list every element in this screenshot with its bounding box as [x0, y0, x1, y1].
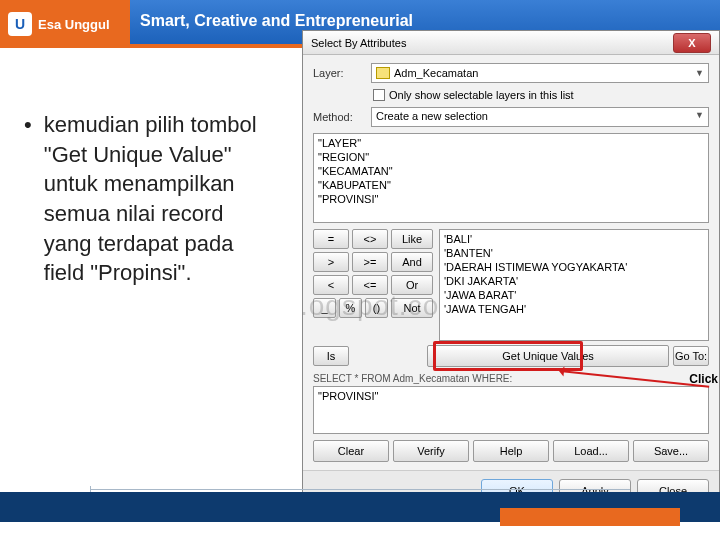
op-gte[interactable]: >= — [352, 252, 388, 272]
value-item[interactable]: 'BANTEN' — [444, 246, 704, 260]
op-percent[interactable]: % — [339, 298, 362, 318]
value-item[interactable]: 'BALI' — [444, 232, 704, 246]
dialog-titlebar: Select By Attributes X — [303, 31, 719, 55]
footer-line — [90, 489, 630, 490]
sql-text: "PROVINSI" — [318, 390, 378, 402]
method-label: Method: — [313, 111, 363, 123]
header-title: Smart, Creative and Entrepreneurial — [140, 12, 413, 30]
sql-textarea[interactable]: "PROVINSI" — [313, 386, 709, 434]
op-like[interactable]: Like — [391, 229, 433, 249]
field-item[interactable]: "PROVINSI" — [318, 192, 704, 206]
value-item[interactable]: 'DAERAH ISTIMEWA YOGYAKARTA' — [444, 260, 704, 274]
get-unique-values-button[interactable]: Get Unique Values — [427, 345, 669, 367]
instruction-body: kemudian pilih tombol "Get Unique Value"… — [44, 110, 274, 288]
op-and[interactable]: And — [391, 252, 433, 272]
field-item[interactable]: "LAYER" — [318, 136, 704, 150]
layer-value: Adm_Kecamatan — [394, 67, 478, 79]
op-eq[interactable]: = — [313, 229, 349, 249]
layer-icon — [376, 67, 390, 79]
layer-label: Layer: — [313, 67, 363, 79]
value-item[interactable]: 'JAWA BARAT' — [444, 288, 704, 302]
clear-button[interactable]: Clear — [313, 440, 389, 462]
close-button[interactable]: X — [673, 33, 711, 53]
method-value: Create a new selection — [376, 110, 488, 122]
footer-accent — [500, 508, 680, 526]
op-lt[interactable]: < — [313, 275, 349, 295]
layer-dropdown[interactable]: Adm_Kecamatan — [371, 63, 709, 83]
select-by-attributes-dialog: Select By Attributes X Layer: Adm_Kecama… — [302, 30, 720, 512]
verify-button[interactable]: Verify — [393, 440, 469, 462]
logo-box: U Esa Unggul — [0, 0, 130, 48]
bullet-icon: • — [24, 110, 32, 140]
value-item[interactable]: 'JAWA TENGAH' — [444, 302, 704, 316]
is-button[interactable]: Is — [313, 346, 349, 366]
only-selectable-label: Only show selectable layers in this list — [389, 89, 574, 101]
op-paren[interactable]: () — [365, 298, 388, 318]
op-lte[interactable]: <= — [352, 275, 388, 295]
save-button[interactable]: Save... — [633, 440, 709, 462]
op-neq[interactable]: <> — [352, 229, 388, 249]
logo-icon: U — [8, 12, 32, 36]
help-button[interactable]: Help — [473, 440, 549, 462]
click-label: Click — [689, 372, 718, 386]
value-list[interactable]: 'BALI' 'BANTEN' 'DAERAH ISTIMEWA YOGYAKA… — [439, 229, 709, 341]
dialog-title-text: Select By Attributes — [311, 37, 406, 49]
load-button[interactable]: Load... — [553, 440, 629, 462]
value-item[interactable]: 'DKI JAKARTA' — [444, 274, 704, 288]
instruction-text: • kemudian pilih tombol "Get Unique Valu… — [24, 110, 284, 288]
method-dropdown[interactable]: Create a new selection — [371, 107, 709, 127]
op-or[interactable]: Or — [391, 275, 433, 295]
field-item[interactable]: "REGION" — [318, 150, 704, 164]
field-item[interactable]: "KECAMATAN" — [318, 164, 704, 178]
op-underscore[interactable]: _ — [313, 298, 336, 318]
op-not[interactable]: Not — [391, 298, 433, 318]
logo-text: Esa Unggul — [38, 17, 110, 32]
field-list[interactable]: "LAYER" "REGION" "KECAMATAN" "KABUPATEN"… — [313, 133, 709, 223]
dialog-body: Layer: Adm_Kecamatan Only show selectabl… — [303, 55, 719, 470]
field-item[interactable]: "KABUPATEN" — [318, 178, 704, 192]
only-selectable-checkbox[interactable] — [373, 89, 385, 101]
goto-button[interactable]: Go To: — [673, 346, 709, 366]
op-gt[interactable]: > — [313, 252, 349, 272]
